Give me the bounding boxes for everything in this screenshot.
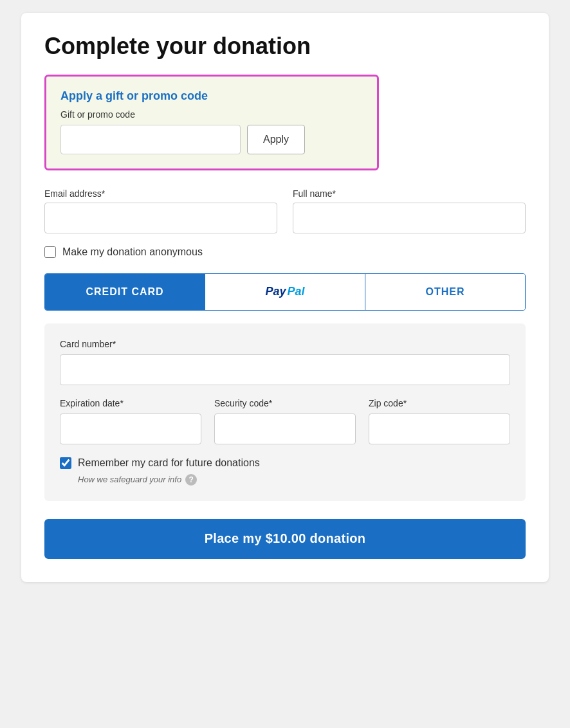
security-group: Security code* xyxy=(214,398,356,444)
cc-details-row: Expiration date* Security code* Zip code… xyxy=(60,398,510,444)
tab-other[interactable]: OTHER xyxy=(365,274,525,310)
zip-input[interactable] xyxy=(369,414,510,444)
card-number-input[interactable] xyxy=(60,354,510,385)
expiration-group: Expiration date* xyxy=(60,398,201,444)
page-container: Complete your donation Apply a gift or p… xyxy=(0,0,570,728)
tab-credit-card[interactable]: CREDIT CARD xyxy=(45,274,205,310)
promo-input-row: Apply xyxy=(60,125,363,154)
fullname-label: Full name* xyxy=(293,188,526,199)
credit-card-section: Card number* Expiration date* Security c… xyxy=(44,323,526,501)
email-label: Email address* xyxy=(44,188,277,199)
payment-tabs: CREDIT CARD PayPal OTHER xyxy=(44,273,526,311)
safeguard-row: How we safeguard your info ? xyxy=(60,474,510,486)
paypal-logo: PayPal xyxy=(265,285,304,298)
zip-label: Zip code* xyxy=(369,398,510,408)
email-group: Email address* xyxy=(44,188,277,233)
page-title: Complete your donation xyxy=(44,33,526,59)
card-number-label: Card number* xyxy=(60,339,510,349)
promo-title: Apply a gift or promo code xyxy=(60,89,363,103)
promo-code-input[interactable] xyxy=(60,125,241,154)
remember-row: Remember my card for future donations xyxy=(60,457,510,469)
safeguard-text: How we safeguard your info xyxy=(78,475,181,484)
promo-section: Apply a gift or promo code Gift or promo… xyxy=(44,75,379,170)
remember-checkbox[interactable] xyxy=(60,457,71,469)
fullname-input[interactable] xyxy=(293,203,526,233)
expiration-label: Expiration date* xyxy=(60,398,201,408)
remember-label: Remember my card for future donations xyxy=(78,457,260,469)
submit-button[interactable]: Place my $10.00 donation xyxy=(44,519,526,559)
security-label: Security code* xyxy=(214,398,356,408)
donation-card: Complete your donation Apply a gift or p… xyxy=(21,13,549,582)
name-email-row: Email address* Full name* xyxy=(44,188,526,233)
zip-group: Zip code* xyxy=(369,398,510,444)
expiration-input[interactable] xyxy=(60,414,201,444)
fullname-group: Full name* xyxy=(293,188,526,233)
promo-label: Gift or promo code xyxy=(60,109,363,120)
help-icon[interactable]: ? xyxy=(185,474,197,486)
tab-paypal[interactable]: PayPal xyxy=(205,274,365,310)
apply-button[interactable]: Apply xyxy=(247,125,305,154)
anonymous-label: Make my donation anonymous xyxy=(62,246,203,258)
anonymous-row: Make my donation anonymous xyxy=(44,246,526,258)
security-input[interactable] xyxy=(214,414,356,444)
anonymous-checkbox[interactable] xyxy=(44,246,56,258)
email-input[interactable] xyxy=(44,203,277,233)
